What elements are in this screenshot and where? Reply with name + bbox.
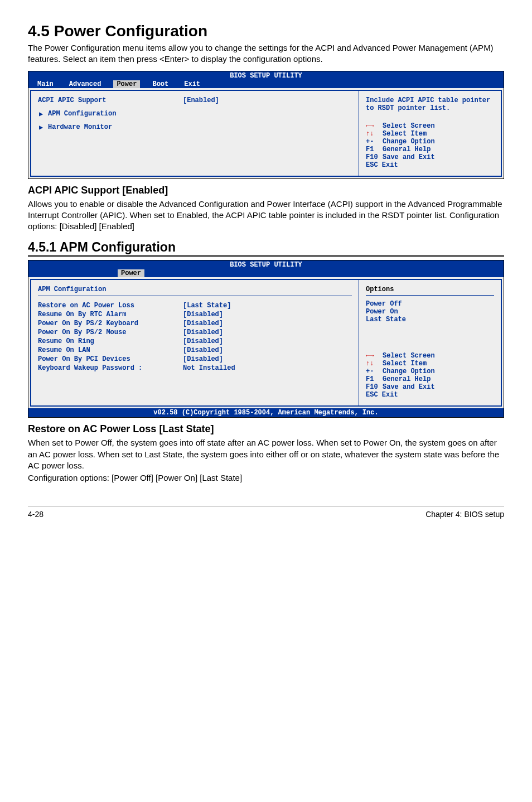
bios1-right-pane: Include ACPI APIC table pointer to RSDT … — [359, 91, 501, 176]
item-label: Restore on AC Power Loss — [38, 302, 183, 310]
item-label: Resume On By RTC Alarm — [38, 311, 183, 318]
page-footer: 4-28 Chapter 4: BIOS setup — [28, 506, 504, 519]
section-intro: The Power Configuration menu items allow… — [28, 42, 504, 65]
general-help-label: General Help — [383, 146, 431, 153]
arrows-v-icon: ↑↓ — [366, 360, 379, 368]
tab-advanced: Advanced — [66, 80, 105, 88]
item-value: [Disabled] — [183, 346, 223, 354]
select-screen-label: Select Screen — [383, 122, 435, 130]
item-label: Resume On Ring — [38, 337, 183, 345]
section-title: 4.5 Power Configuration — [28, 22, 504, 40]
save-exit-label: Save and Exit — [383, 153, 435, 161]
item-value: Not Installed — [183, 364, 235, 372]
bios1-tabs: Main Advanced Power Boot Exit — [28, 80, 504, 88]
bios2-left-pane: APM Configuration Restore on AC Power Lo… — [31, 280, 359, 405]
general-help-label: General Help — [383, 375, 431, 383]
f10-icon: F10 — [366, 383, 379, 391]
arrows-h-icon: ←→ — [366, 352, 379, 360]
f10-icon: F10 — [366, 153, 379, 161]
item-label: Keyboard Wakeup Password : — [38, 364, 183, 372]
bios2-header: BIOS SETUP UTILITY — [28, 260, 504, 269]
select-item-label: Select Item — [383, 360, 427, 368]
restore-body: When set to Power Off, the system goes i… — [28, 437, 504, 471]
change-option-label: Change Option — [383, 368, 435, 375]
tab-exit: Exit — [181, 80, 204, 88]
apm-heading: 4.5.1 APM Configuration — [28, 240, 504, 257]
bios1-header: BIOS SETUP UTILITY — [28, 71, 504, 80]
apm-config-title: APM Configuration — [38, 286, 352, 296]
save-exit-label: Save and Exit — [383, 383, 435, 391]
f1-icon: F1 — [366, 146, 379, 153]
page-number: 4-28 — [28, 510, 43, 519]
item-label: Power On By PS/2 Mouse — [38, 328, 183, 336]
restore-heading: Restore on AC Power Loss [Last State] — [28, 423, 504, 435]
esc-exit-label: ESC Exit — [366, 161, 398, 169]
bios2-tabs: Power — [28, 269, 504, 277]
change-option-label: Change Option — [383, 138, 435, 146]
bios-window-2: BIOS SETUP UTILITY Power APM Configurati… — [28, 260, 504, 418]
arrow-icon: ▶ — [39, 110, 43, 118]
item-value: [Disabled] — [183, 311, 223, 318]
esc-exit-label: ESC Exit — [366, 391, 398, 399]
item-value: [Disabled] — [183, 337, 223, 345]
item-label: Power On By PS/2 Keyboard — [38, 320, 183, 327]
acpi-apic-label: ACPI APIC Support — [38, 96, 183, 104]
chapter-label: Chapter 4: BIOS setup — [425, 510, 504, 519]
bios2-right-pane: Options Power Off Power On Last State ←→… — [359, 280, 501, 405]
options-header: Options — [366, 286, 494, 296]
hardware-monitor-label: Hardware Monitor — [48, 123, 112, 131]
option-item: Last State — [366, 316, 494, 323]
acpi-heading: ACPI APIC Support [Enabled] — [28, 185, 504, 196]
f1-icon: F1 — [366, 375, 379, 383]
select-screen-label: Select Screen — [383, 352, 435, 360]
bios1-help-text: Include ACPI APIC table pointer to RSDT … — [366, 96, 494, 112]
bios1-left-pane: ACPI APIC Support [Enabled] ▶ APM Config… — [31, 91, 359, 176]
bios-window-1: BIOS SETUP UTILITY Main Advanced Power B… — [28, 71, 504, 179]
plusminus-icon: +- — [366, 138, 379, 146]
bios1-help-keys: ←→Select Screen ↑↓Select Item +-Change O… — [366, 122, 494, 169]
item-label: Power On By PCI Devices — [38, 355, 183, 363]
plusminus-icon: +- — [366, 368, 379, 375]
option-item: Power On — [366, 308, 494, 316]
arrows-v-icon: ↑↓ — [366, 130, 379, 138]
tab-boot: Boot — [149, 80, 172, 88]
item-value: [Last State] — [183, 302, 231, 310]
apm-config-label: APM Configuration — [48, 110, 116, 118]
tab-main: Main — [34, 80, 57, 88]
item-value: [Disabled] — [183, 328, 223, 336]
acpi-apic-value: [Enabled] — [183, 96, 219, 104]
arrows-h-icon: ←→ — [366, 122, 379, 130]
item-label: Resume On LAN — [38, 346, 183, 354]
option-item: Power Off — [366, 300, 494, 308]
acpi-body: Allows you to enable or disable the Adva… — [28, 199, 504, 233]
restore-config: Configuration options: [Power Off] [Powe… — [28, 472, 504, 484]
bios2-help-keys: ←→Select Screen ↑↓Select Item +-Change O… — [366, 352, 494, 399]
select-item-label: Select Item — [383, 130, 427, 138]
tab-power: Power — [113, 80, 140, 88]
tab-power-2: Power — [118, 269, 144, 277]
arrow-icon: ▶ — [39, 123, 43, 132]
bios2-footer: v02.58 (C)Copyright 1985-2004, American … — [28, 408, 504, 417]
item-value: [Disabled] — [183, 320, 223, 327]
item-value: [Disabled] — [183, 355, 223, 363]
